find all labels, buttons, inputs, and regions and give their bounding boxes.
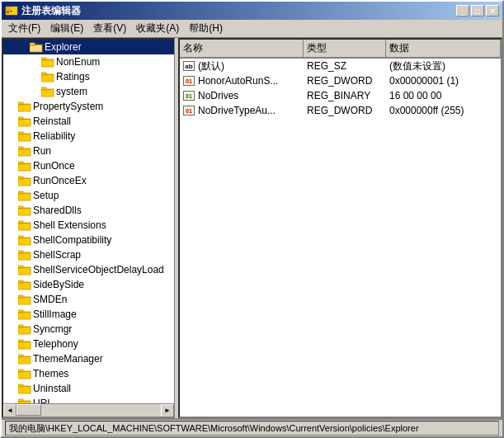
- tree-item-label: Themes: [33, 368, 68, 379]
- tree-item[interactable]: Shell Extensions: [3, 218, 174, 233]
- folder-icon: [18, 353, 31, 365]
- tree-item[interactable]: Reliability: [3, 129, 174, 144]
- detail-rows: ab(默认) REG_SZ (数值未设置) 01HonorAutoRunS...…: [180, 59, 501, 417]
- tree-item[interactable]: SMDEn: [3, 292, 174, 307]
- tree-item[interactable]: Telephony: [3, 337, 174, 351]
- cell-type: REG_DWORD: [304, 74, 386, 87]
- reg-sz-icon: ab: [183, 61, 195, 71]
- tree-item[interactable]: ShellCompatibility: [3, 233, 174, 247]
- scroll-right-button[interactable]: ►: [161, 404, 174, 417]
- svg-rect-2: [7, 11, 9, 12]
- folder-icon: [18, 145, 31, 157]
- tree-item[interactable]: ThemeManager: [3, 351, 174, 366]
- tree-item[interactable]: SharedDlls: [3, 203, 174, 218]
- svg-rect-16: [41, 89, 54, 90]
- col-header-data[interactable]: 数据: [386, 40, 501, 58]
- svg-rect-7: [30, 45, 42, 45]
- folder-icon: [18, 101, 31, 112]
- tree-item[interactable]: NonEnum: [3, 54, 174, 69]
- tree-item-label: ShellServiceObjectDelayLoad: [33, 264, 164, 276]
- cell-data: 0x000000ff (255): [386, 104, 501, 117]
- cell-type: REG_DWORD: [304, 104, 386, 117]
- tree-item[interactable]: Setup: [3, 188, 174, 203]
- tree-item-label: Uninstall: [33, 383, 71, 394]
- tree-item[interactable]: Ratings: [3, 69, 174, 84]
- svg-rect-40: [18, 208, 31, 209]
- tree-item[interactable]: ShellScrap: [3, 247, 174, 262]
- tree-horizontal-scrollbar[interactable]: ◄ ►: [3, 403, 174, 417]
- tree-scroll[interactable]: Explorer NonEnum Ratings system Property…: [3, 40, 174, 403]
- svg-rect-3: [7, 12, 9, 13]
- folder-icon: [18, 279, 31, 290]
- col-header-name[interactable]: 名称: [180, 40, 304, 58]
- svg-rect-31: [18, 163, 31, 164]
- svg-rect-1: [6, 7, 11, 10]
- svg-rect-43: [18, 223, 31, 224]
- folder-icon: [18, 264, 31, 276]
- menu-view[interactable]: 查看(V): [88, 20, 131, 37]
- reg-dword-icon: 01: [183, 76, 195, 86]
- tree-item[interactable]: Run: [3, 144, 174, 158]
- tree-item[interactable]: PropertySystem: [3, 99, 174, 114]
- svg-rect-64: [18, 327, 31, 327]
- tree-item-label: Ratings: [56, 71, 90, 82]
- svg-rect-76: [18, 386, 31, 387]
- tree-panel: Explorer NonEnum Ratings system Property…: [2, 38, 175, 418]
- svg-rect-25: [18, 134, 31, 134]
- folder-icon: [30, 41, 43, 53]
- folder-icon: [18, 130, 31, 142]
- status-path: 我的电脑\HKEY_LOCAL_MACHINE\SOFTWARE\Microso…: [5, 421, 499, 436]
- scroll-thumb[interactable]: [16, 404, 41, 416]
- table-row[interactable]: 01HonorAutoRunS... REG_DWORD 0x00000001 …: [180, 73, 501, 88]
- scroll-left-button[interactable]: ◄: [3, 404, 16, 417]
- tree-item[interactable]: Themes: [3, 366, 174, 381]
- table-row[interactable]: 01NoDrives REG_BINARY 16 00 00 00: [180, 88, 501, 103]
- tree-item-label: ShellCompatibility: [33, 234, 111, 246]
- tree-item[interactable]: URL: [3, 396, 174, 403]
- table-row[interactable]: ab(默认) REG_SZ (数值未设置): [180, 59, 501, 73]
- svg-rect-22: [18, 119, 31, 120]
- svg-rect-34: [18, 178, 31, 179]
- status-bar: 我的电脑\HKEY_LOCAL_MACHINE\SOFTWARE\Microso…: [2, 418, 502, 436]
- tree-item[interactable]: StillImage: [3, 307, 174, 322]
- minimize-button[interactable]: _: [456, 5, 469, 16]
- svg-rect-79: [18, 401, 31, 402]
- close-button[interactable]: ✕: [486, 5, 499, 16]
- tree-item[interactable]: system: [3, 84, 174, 99]
- col-header-type[interactable]: 类型: [304, 40, 386, 58]
- tree-item[interactable]: Explorer: [3, 40, 174, 54]
- reg-name-label: NoDrives: [198, 90, 238, 101]
- folder-icon: [18, 338, 31, 350]
- title-bar: 注册表编辑器 _ □ ✕: [2, 2, 502, 20]
- cell-data: 0x00000001 (1): [386, 74, 501, 87]
- tree-item[interactable]: SideBySide: [3, 277, 174, 292]
- svg-rect-4: [10, 11, 12, 12]
- menu-favorites[interactable]: 收藏夹(A): [131, 20, 184, 37]
- main-window: 注册表编辑器 _ □ ✕ 文件(F) 编辑(E) 查看(V) 收藏夹(A) 帮助…: [0, 0, 504, 438]
- tree-item-label: Reliability: [33, 130, 75, 142]
- svg-rect-67: [18, 341, 31, 342]
- folder-icon: [41, 56, 54, 68]
- svg-rect-55: [18, 282, 31, 283]
- folder-icon: [41, 86, 54, 97]
- menu-edit[interactable]: 编辑(E): [45, 20, 88, 37]
- tree-item[interactable]: RunOnce: [3, 158, 174, 173]
- folder-icon: [18, 115, 31, 127]
- menu-file[interactable]: 文件(F): [3, 20, 45, 37]
- menu-help[interactable]: 帮助(H): [184, 20, 228, 37]
- maximize-button[interactable]: □: [471, 5, 484, 16]
- tree-item[interactable]: RunOnceEx: [3, 173, 174, 188]
- table-row[interactable]: 01NoDriveTypeAu... REG_DWORD 0x000000ff …: [180, 103, 501, 118]
- tree-item[interactable]: Uninstall: [3, 381, 174, 396]
- tree-item[interactable]: Reinstall: [3, 114, 174, 129]
- reg-name-label: HonorAutoRunS...: [198, 75, 278, 87]
- svg-rect-49: [18, 252, 31, 253]
- svg-rect-46: [18, 238, 31, 238]
- menu-bar: 文件(F) 编辑(E) 查看(V) 收藏夹(A) 帮助(H): [2, 20, 502, 38]
- tree-item[interactable]: Syncmgr: [3, 322, 174, 337]
- scroll-track[interactable]: [16, 404, 161, 417]
- cell-name: 01NoDrives: [180, 89, 304, 102]
- app-icon: [5, 4, 18, 17]
- svg-rect-13: [41, 74, 54, 75]
- tree-item[interactable]: ShellServiceObjectDelayLoad: [3, 262, 174, 277]
